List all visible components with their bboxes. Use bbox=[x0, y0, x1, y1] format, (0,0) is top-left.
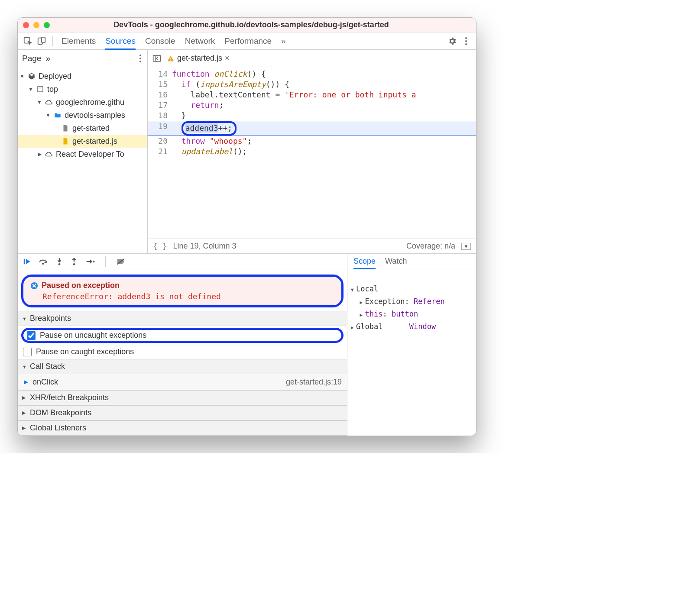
tab-console[interactable]: Console bbox=[145, 36, 175, 46]
frame-location: get-started.js:19 bbox=[286, 378, 342, 387]
pause-caught-checkbox[interactable]: Pause on caught exceptions bbox=[18, 345, 347, 359]
close-tab-icon[interactable]: × bbox=[225, 54, 230, 63]
paused-banner: Paused on exception ReferenceError: adde… bbox=[21, 275, 344, 307]
scope-tabs: Scope Watch bbox=[347, 254, 476, 269]
cursor-position: Line 19, Column 3 bbox=[173, 242, 237, 251]
xhr-breakpoints-header[interactable]: ▶XHR/fetch Breakpoints bbox=[18, 390, 347, 405]
tree-file-html[interactable]: get-started bbox=[18, 122, 147, 135]
tree-label: top bbox=[47, 83, 58, 96]
deactivate-breakpoints-icon[interactable] bbox=[116, 258, 126, 265]
content-area: Page » ▼Deployed ▼top ▼googlechrome.gith… bbox=[18, 50, 476, 253]
separator bbox=[52, 36, 53, 46]
scope-exception-val: Referen bbox=[414, 297, 445, 306]
svg-point-13 bbox=[93, 260, 95, 262]
dom-breakpoints-header[interactable]: ▶DOM Breakpoints bbox=[18, 405, 347, 420]
tree-label: get-started bbox=[72, 122, 110, 135]
scope-tree[interactable]: ▼Local ▶Exception: Referen ▶this: button… bbox=[347, 269, 476, 347]
file-icon bbox=[61, 124, 70, 132]
toggle-navigator-icon[interactable] bbox=[151, 53, 162, 64]
cloud-icon bbox=[45, 151, 53, 157]
tab-watch[interactable]: Watch bbox=[385, 257, 407, 266]
file-tab-label: get-started.js bbox=[177, 54, 222, 63]
frame-function: onClick bbox=[32, 378, 58, 387]
svg-rect-7 bbox=[170, 57, 171, 59]
folder-icon bbox=[53, 112, 62, 118]
callstack-frame[interactable]: onClick get-started.js:19 bbox=[18, 374, 347, 390]
sidebar: Page » ▼Deployed ▼top ▼googlechrome.gith… bbox=[18, 50, 148, 253]
section-label: Breakpoints bbox=[30, 314, 71, 323]
paused-message: ReferenceError: addend3 is not defined bbox=[42, 292, 334, 301]
settings-icon[interactable] bbox=[447, 36, 458, 47]
paused-title-text: Paused on exception bbox=[42, 281, 120, 290]
tab-scope[interactable]: Scope bbox=[353, 257, 376, 269]
sidebar-panel-name[interactable]: Page bbox=[22, 54, 41, 63]
checkbox-label: Pause on caught exceptions bbox=[36, 347, 134, 356]
checkbox-input[interactable] bbox=[23, 348, 32, 356]
section-label: Call Stack bbox=[30, 362, 65, 371]
tree-label: googlechrome.githu bbox=[56, 96, 124, 109]
svg-rect-2 bbox=[42, 37, 45, 42]
coverage-label: Coverage: n/a bbox=[406, 242, 455, 251]
cloud-icon bbox=[45, 99, 53, 105]
tab-network[interactable]: Network bbox=[185, 36, 215, 46]
svg-rect-3 bbox=[38, 87, 43, 92]
tree-deployed[interactable]: ▼Deployed bbox=[18, 70, 147, 83]
scope-this-val: button bbox=[392, 310, 418, 318]
step-over-icon[interactable] bbox=[39, 258, 48, 265]
file-tab[interactable]: get-started.js × bbox=[167, 54, 230, 63]
inspect-icon[interactable] bbox=[22, 36, 33, 47]
tabs-overflow[interactable]: » bbox=[281, 36, 286, 46]
editor-pane: get-started.js × 14function onClick() {1… bbox=[148, 50, 476, 253]
editor-statusbar: { } Line 19, Column 3 Coverage: n/a ▼ bbox=[148, 239, 476, 253]
sidebar-more-icon[interactable] bbox=[138, 53, 143, 64]
breakpoints-header[interactable]: ▼Breakpoints bbox=[18, 311, 347, 326]
jsfile-icon bbox=[61, 137, 70, 145]
current-frame-icon bbox=[23, 379, 29, 385]
tree-top[interactable]: ▼top bbox=[18, 83, 147, 96]
tab-elements[interactable]: Elements bbox=[62, 36, 96, 46]
sidebar-overflow[interactable]: » bbox=[45, 54, 50, 63]
pretty-print-icon[interactable]: { } bbox=[153, 242, 167, 251]
code-area[interactable]: 14function onClick() {15 if (inputsAreEm… bbox=[148, 67, 476, 239]
sidebar-header: Page » bbox=[18, 50, 147, 67]
close-window-button[interactable] bbox=[23, 22, 29, 28]
scope-global-val: Window bbox=[409, 322, 436, 331]
scope-global-key: Global bbox=[356, 322, 382, 331]
tree-origin[interactable]: ▼googlechrome.githu bbox=[18, 96, 147, 109]
tree-folder[interactable]: ▼devtools-samples bbox=[18, 109, 147, 122]
step-icon[interactable] bbox=[85, 258, 95, 265]
coverage-dropdown-icon[interactable]: ▼ bbox=[461, 243, 471, 250]
tab-performance[interactable]: Performance bbox=[224, 36, 272, 46]
separator bbox=[105, 256, 106, 267]
checkbox-input[interactable] bbox=[27, 331, 36, 340]
warning-icon bbox=[167, 55, 175, 62]
section-label: Global Listeners bbox=[30, 423, 86, 433]
pause-uncaught-row: Pause on uncaught exceptions bbox=[21, 328, 344, 343]
debug-left: Paused on exception ReferenceError: adde… bbox=[18, 254, 347, 436]
step-out-icon[interactable] bbox=[71, 257, 78, 266]
tree-label: React Developer To bbox=[56, 148, 124, 161]
device-toggle-icon[interactable] bbox=[36, 36, 47, 47]
debug-panels: Paused on exception ReferenceError: adde… bbox=[18, 253, 476, 436]
svg-rect-9 bbox=[24, 258, 25, 264]
cube-icon bbox=[27, 72, 36, 80]
resume-icon[interactable] bbox=[23, 258, 31, 265]
section-label: DOM Breakpoints bbox=[30, 408, 91, 417]
global-listeners-header[interactable]: ▶Global Listeners bbox=[18, 420, 347, 436]
titlebar: DevTools - googlechrome.github.io/devtoo… bbox=[18, 18, 476, 32]
section-label: XHR/fetch Breakpoints bbox=[30, 393, 109, 402]
error-icon bbox=[30, 282, 38, 290]
pause-uncaught-checkbox[interactable]: Pause on uncaught exceptions bbox=[27, 331, 338, 340]
svg-point-11 bbox=[58, 263, 61, 265]
tree-react-devtools[interactable]: ▶React Developer To bbox=[18, 148, 147, 161]
scope-pane: Scope Watch ▼Local ▶Exception: Referen ▶… bbox=[347, 254, 476, 436]
tree-label: get-started.js bbox=[72, 135, 117, 148]
file-tree: ▼Deployed ▼top ▼googlechrome.githu ▼devt… bbox=[18, 67, 147, 163]
editor-tabs: get-started.js × bbox=[148, 50, 476, 67]
debug-toolbar bbox=[18, 254, 347, 269]
tree-file-js[interactable]: get-started.js bbox=[18, 135, 147, 148]
tab-sources[interactable]: Sources bbox=[105, 36, 136, 50]
step-into-icon[interactable] bbox=[56, 257, 63, 266]
more-icon[interactable] bbox=[460, 36, 472, 47]
callstack-header[interactable]: ▼Call Stack bbox=[18, 359, 347, 374]
